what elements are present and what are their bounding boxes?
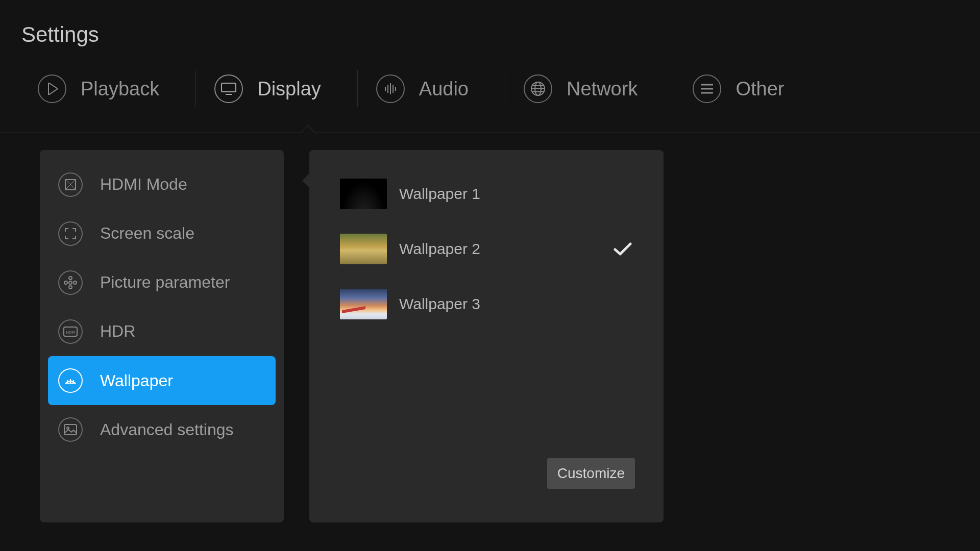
wallpaper-icon xyxy=(58,368,83,393)
wallpaper-label: Wallpaper 3 xyxy=(399,295,600,313)
svg-point-31 xyxy=(67,427,69,429)
image-icon xyxy=(58,417,83,442)
wallpaper-option-3[interactable]: Wallpaper 3 xyxy=(340,277,633,332)
tab-playback[interactable]: Playback xyxy=(38,74,196,103)
tab-label: Other xyxy=(736,78,784,100)
wallpaper-label: Wallpaper 2 xyxy=(399,240,600,258)
sidebar-item-label: HDMI Mode xyxy=(100,175,187,194)
sidebar-item-label: Wallpaper xyxy=(100,371,173,390)
sidebar-item-label: Screen scale xyxy=(100,224,194,243)
list-icon xyxy=(693,74,721,103)
wallpaper-option-2[interactable]: Wallpaper 2 xyxy=(340,221,633,277)
tab-label: Playback xyxy=(81,78,159,100)
sidebar-item-label: Advanced settings xyxy=(100,420,234,439)
page-title: Settings xyxy=(0,0,980,47)
svg-point-19 xyxy=(69,281,72,284)
tab-label: Display xyxy=(257,78,321,100)
tab-bar: Playback Display Audio xyxy=(0,47,980,113)
svg-text:HDR: HDR xyxy=(66,330,75,335)
wallpaper-option-1[interactable]: Wallpaper 1 xyxy=(340,166,633,221)
svg-point-22 xyxy=(64,281,67,284)
svg-marker-0 xyxy=(48,83,58,95)
wallpaper-panel: Wallpaper 1 Wallpaper 2 Wallpaper 3 Cust… xyxy=(309,150,664,522)
tab-divider xyxy=(0,133,980,133)
sidebar: HDMI Mode Screen scale Picture parameter… xyxy=(40,150,284,522)
sidebar-item-picture[interactable]: Picture parameter xyxy=(48,258,276,307)
sidebar-item-label: HDR xyxy=(100,322,135,341)
active-tab-caret-icon xyxy=(301,125,315,133)
audio-icon xyxy=(376,74,405,103)
globe-icon xyxy=(524,74,552,103)
svg-rect-1 xyxy=(222,83,236,92)
expand-icon xyxy=(58,221,83,246)
hdmi-icon xyxy=(58,172,83,197)
svg-point-20 xyxy=(69,277,72,280)
tab-other[interactable]: Other xyxy=(693,74,821,103)
check-icon xyxy=(612,239,633,259)
wallpaper-thumbnail xyxy=(340,179,387,209)
tab-label: Audio xyxy=(419,78,469,100)
customize-button[interactable]: Customize xyxy=(547,458,635,489)
hdr-icon: HDR xyxy=(58,319,83,344)
svg-rect-30 xyxy=(64,424,77,435)
wallpaper-thumbnail xyxy=(340,289,387,319)
sidebar-item-wallpaper[interactable]: Wallpaper xyxy=(48,356,276,405)
tab-label: Network xyxy=(567,78,638,100)
monitor-icon xyxy=(214,74,243,103)
tab-audio[interactable]: Audio xyxy=(376,74,505,103)
sidebar-item-hdr[interactable]: HDR HDR xyxy=(48,307,276,356)
sidebar-item-advanced[interactable]: Advanced settings xyxy=(48,405,276,454)
flower-icon xyxy=(58,270,83,295)
tab-display[interactable]: Display xyxy=(214,74,358,103)
svg-point-23 xyxy=(74,281,77,284)
sidebar-item-hdmi[interactable]: HDMI Mode xyxy=(48,160,276,209)
wallpaper-label: Wallpaper 1 xyxy=(399,185,600,203)
svg-point-21 xyxy=(69,286,72,289)
play-icon xyxy=(38,74,66,103)
wallpaper-thumbnail xyxy=(340,234,387,264)
tab-network[interactable]: Network xyxy=(524,74,674,103)
sidebar-item-label: Picture parameter xyxy=(100,273,230,292)
sidebar-item-scale[interactable]: Screen scale xyxy=(48,209,276,258)
check-icon xyxy=(612,294,633,314)
check-icon xyxy=(612,184,633,204)
